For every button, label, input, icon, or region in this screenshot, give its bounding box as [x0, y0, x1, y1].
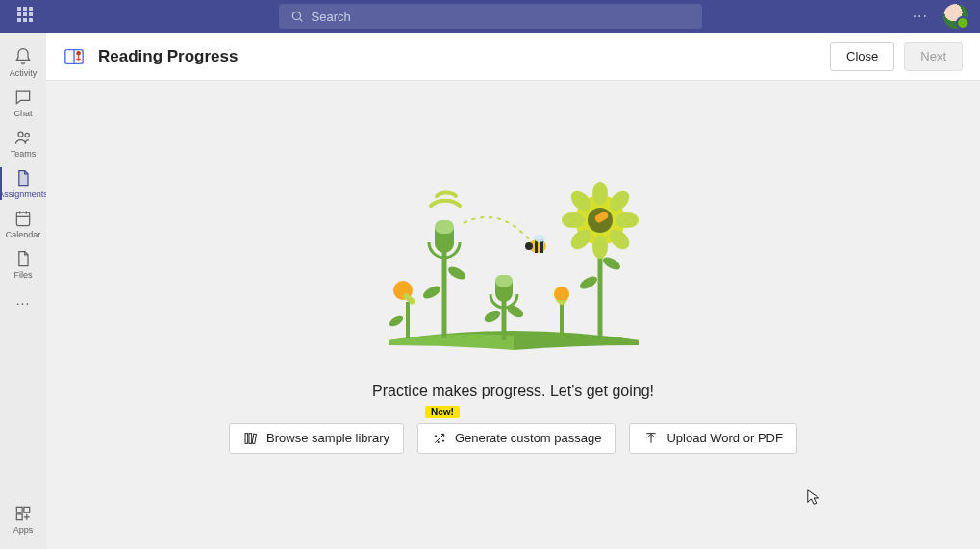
avatar[interactable] — [943, 4, 968, 29]
svg-point-52 — [442, 440, 443, 441]
svg-rect-49 — [249, 433, 252, 443]
rail-item-teams[interactable]: Teams — [0, 123, 46, 163]
svg-point-31 — [554, 287, 569, 302]
svg-point-18 — [420, 283, 441, 301]
svg-point-19 — [445, 263, 466, 282]
rail-item-assignments[interactable]: Assignments — [0, 163, 46, 204]
next-button: Next — [904, 42, 963, 71]
svg-point-0 — [292, 12, 300, 19]
svg-point-21 — [482, 308, 502, 325]
button-label: Browse sample library — [266, 431, 389, 445]
svg-point-2 — [18, 132, 23, 137]
rail-label: Activity — [10, 68, 38, 78]
svg-point-24 — [600, 254, 621, 272]
svg-point-51 — [435, 435, 436, 436]
tagline-text: Practice makes progress. Let's get going… — [372, 383, 654, 400]
svg-point-36 — [616, 212, 639, 228]
search-input[interactable] — [312, 10, 691, 24]
rail-item-calendar[interactable]: Calendar — [0, 204, 46, 244]
bell-icon — [13, 47, 33, 66]
wand-icon — [432, 431, 447, 446]
button-label: Upload Word or PDF — [666, 431, 782, 445]
app-rail: Activity Chat Teams Assignments Calendar… — [0, 33, 46, 549]
option-row: Browse sample library New! Generate cust… — [229, 423, 797, 454]
svg-point-3 — [25, 133, 29, 137]
rail-label: Chat — [13, 109, 32, 118]
rail-label: Teams — [11, 149, 37, 159]
svg-point-34 — [592, 236, 608, 259]
svg-point-53 — [438, 441, 439, 442]
svg-rect-4 — [16, 212, 29, 225]
apps-icon — [13, 504, 33, 523]
browse-library-button[interactable]: Browse sample library — [229, 423, 404, 454]
svg-rect-9 — [24, 507, 30, 512]
button-label: Generate custom passage — [455, 431, 601, 445]
app-launcher-icon[interactable] — [17, 7, 37, 26]
rail-item-files[interactable]: Files — [0, 244, 46, 285]
svg-point-46 — [525, 242, 533, 250]
svg-rect-10 — [16, 514, 22, 520]
library-icon — [243, 431, 259, 446]
reading-garden-illustration — [369, 177, 658, 360]
search-box[interactable] — [279, 4, 702, 29]
close-button[interactable]: Close — [830, 42, 894, 71]
svg-point-35 — [562, 212, 585, 228]
calendar-icon — [13, 209, 33, 228]
settings-more-icon[interactable]: ··· — [913, 8, 928, 25]
teams-icon — [13, 128, 33, 147]
main-panel: Practice makes progress. Let's get going… — [46, 81, 980, 549]
generate-passage-button[interactable]: Generate custom passage — [417, 423, 616, 454]
rail-label: Apps — [13, 525, 34, 535]
reading-progress-icon — [63, 46, 85, 67]
page-header: Reading Progress Close Next — [46, 33, 980, 81]
search-icon — [290, 10, 304, 23]
chat-icon — [13, 87, 33, 107]
svg-point-33 — [592, 182, 608, 205]
svg-rect-48 — [245, 433, 248, 443]
svg-line-1 — [299, 19, 302, 22]
svg-point-20 — [388, 313, 405, 328]
files-icon — [13, 249, 33, 268]
svg-rect-26 — [435, 220, 454, 234]
assignments-icon — [13, 168, 33, 187]
svg-rect-30 — [495, 275, 513, 287]
svg-rect-50 — [252, 434, 256, 443]
svg-point-23 — [577, 273, 598, 291]
page-title: Reading Progress — [98, 47, 239, 66]
rail-item-chat[interactable]: Chat — [0, 83, 46, 123]
svg-rect-8 — [16, 507, 22, 512]
content-area: Reading Progress Close Next — [46, 33, 980, 549]
svg-point-12 — [76, 51, 81, 56]
upload-button[interactable]: Upload Word or PDF — [629, 423, 796, 454]
rail-more-icon[interactable]: ··· — [16, 288, 31, 317]
upload-icon — [643, 431, 659, 446]
titlebar: ··· — [0, 0, 980, 33]
new-badge: New! — [425, 406, 460, 418]
svg-point-47 — [534, 235, 545, 242]
rail-item-apps[interactable]: Apps — [0, 499, 46, 539]
rail-label: Assignments — [0, 189, 48, 199]
rail-item-activity[interactable]: Activity — [0, 42, 46, 83]
rail-label: Files — [13, 270, 32, 280]
rail-label: Calendar — [6, 230, 41, 239]
